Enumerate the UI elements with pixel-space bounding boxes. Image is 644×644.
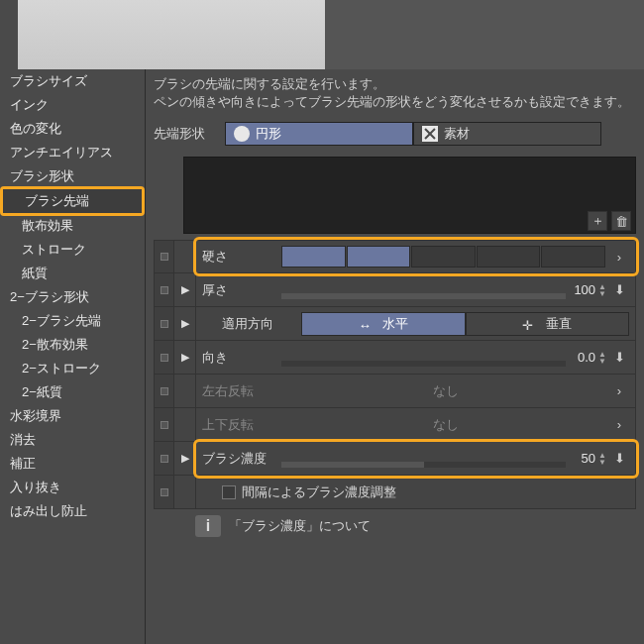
sidebar-item-brush-shape-2[interactable]: 2−ブラシ形状 <box>0 285 145 309</box>
sidebar-item-watercolor[interactable]: 水彩境界 <box>0 404 145 428</box>
flipv-label: 上下反転 <box>202 416 281 434</box>
expand-toggle[interactable] <box>174 476 196 508</box>
fliph-value[interactable]: なし <box>281 382 609 400</box>
tip-preview-area: ＋ 🗑 <box>183 157 636 234</box>
expand-toggle[interactable]: ▶ <box>174 307 196 340</box>
direction-horizontal-button[interactable]: ↔ 水平 <box>301 312 466 336</box>
category-sidebar: ブラシサイズ インク 色の変化 アンチエイリアス ブラシ形状 ブラシ先端 散布効… <box>0 69 146 644</box>
sidebar-item-ink[interactable]: インク <box>0 93 145 117</box>
angle-slider[interactable] <box>281 361 566 367</box>
thickness-value[interactable]: 100 <box>574 282 595 297</box>
horizontal-icon: ↔ <box>359 318 376 330</box>
description: ブラシの先端に関する設定を行います。 ペンの傾きや向きによってブラシ先端の形状を… <box>154 75 636 111</box>
chevron-right-icon[interactable]: › <box>609 383 629 398</box>
density-value[interactable]: 50 <box>582 451 595 466</box>
add-tip-button[interactable]: ＋ <box>588 211 607 231</box>
sidebar-item-brush-size[interactable]: ブラシサイズ <box>0 69 145 93</box>
drag-handle[interactable] <box>155 341 174 374</box>
sidebar-item-stroke[interactable]: ストローク <box>0 238 145 262</box>
param-direction: ▶ 適用方向 ↔ 水平 ✛ 垂直 <box>154 307 636 341</box>
param-info: i 「ブラシ濃度」について <box>154 509 636 543</box>
density-slider[interactable] <box>281 462 566 468</box>
thickness-slider[interactable] <box>281 293 566 299</box>
param-spacing-adjust: 間隔によるブラシ濃度調整 <box>154 476 636 509</box>
spinner-icon[interactable]: ▲▼ <box>598 452 606 466</box>
drag-handle[interactable] <box>155 408 174 441</box>
vertical-icon: ✛ <box>522 318 540 330</box>
expand-toggle[interactable] <box>174 241 196 272</box>
sidebar-item-texture-2[interactable]: 2−紙質 <box>0 380 145 404</box>
sidebar-item-taper[interactable]: 入り抜き <box>0 476 145 499</box>
expand-toggle[interactable]: ▶ <box>174 442 196 475</box>
spinner-icon[interactable]: ▲▼ <box>598 351 606 365</box>
param-angle: ▶ 向き 0.0 ▲▼ ⬇ <box>154 341 636 375</box>
sidebar-item-stroke-2[interactable]: 2−ストローク <box>0 357 145 380</box>
spacing-checkbox[interactable] <box>222 485 236 499</box>
sidebar-item-brush-shape[interactable]: ブラシ形状 <box>0 164 145 188</box>
flipv-value[interactable]: なし <box>281 416 609 434</box>
info-label: 「ブラシ濃度」について <box>229 517 371 535</box>
dynamics-button[interactable]: ⬇ <box>609 451 629 466</box>
expand-toggle[interactable] <box>174 408 196 441</box>
fliph-label: 左右反転 <box>202 382 281 400</box>
param-hardness: 硬さ › <box>154 240 636 273</box>
expand-toggle[interactable] <box>174 375 196 407</box>
tip-shape-material-button[interactable]: 素材 <box>413 122 601 146</box>
sidebar-item-antialias[interactable]: アンチエイリアス <box>0 141 145 164</box>
sidebar-item-texture[interactable]: 紙質 <box>0 262 145 285</box>
direction-label: 適用方向 <box>222 315 301 333</box>
settings-content: ブラシの先端に関する設定を行います。 ペンの傾きや向きによってブラシ先端の形状を… <box>146 69 644 644</box>
delete-tip-button[interactable]: 🗑 <box>611 211 631 231</box>
chevron-right-icon[interactable]: › <box>609 250 629 265</box>
chevron-right-icon[interactable]: › <box>609 417 629 432</box>
circle-icon <box>234 126 250 142</box>
param-flip-v: 上下反転 なし › <box>154 408 636 442</box>
drag-handle[interactable] <box>155 476 174 508</box>
param-density: ▶ ブラシ濃度 50 ▲▼ ⬇ <box>154 442 636 476</box>
param-thickness: ▶ 厚さ 100 ▲▼ ⬇ <box>154 273 636 307</box>
sidebar-item-correction[interactable]: 補正 <box>0 452 145 476</box>
spacing-label: 間隔によるブラシ濃度調整 <box>242 483 396 501</box>
sidebar-item-erase[interactable]: 消去 <box>0 428 145 452</box>
material-icon <box>422 126 438 142</box>
sidebar-item-brush-tip[interactable]: ブラシ先端 <box>3 189 142 213</box>
sidebar-item-brush-tip-2[interactable]: 2−ブラシ先端 <box>0 309 145 333</box>
sidebar-item-overflow[interactable]: はみ出し防止 <box>0 499 145 523</box>
hardness-steps[interactable] <box>281 246 605 268</box>
drag-handle[interactable] <box>155 241 174 272</box>
density-label: ブラシ濃度 <box>202 450 281 468</box>
param-flip-h: 左右反転 なし › <box>154 375 636 408</box>
direction-vertical-button[interactable]: ✛ 垂直 <box>466 312 630 336</box>
hardness-label: 硬さ <box>202 248 281 266</box>
dynamics-button[interactable]: ⬇ <box>609 282 629 297</box>
angle-value[interactable]: 0.0 <box>578 350 595 365</box>
drag-handle[interactable] <box>155 307 174 340</box>
info-icon: i <box>195 515 221 537</box>
sidebar-item-spray-2[interactable]: 2−散布効果 <box>0 333 145 357</box>
drag-handle[interactable] <box>155 442 174 475</box>
brush-preview <box>0 0 644 69</box>
expand-toggle[interactable]: ▶ <box>174 341 196 374</box>
spinner-icon[interactable]: ▲▼ <box>598 283 606 297</box>
dynamics-button[interactable]: ⬇ <box>609 350 629 365</box>
expand-toggle[interactable]: ▶ <box>174 273 196 306</box>
sidebar-item-color-change[interactable]: 色の変化 <box>0 117 145 141</box>
thickness-label: 厚さ <box>202 281 281 299</box>
drag-handle[interactable] <box>155 375 174 407</box>
tip-shape-label: 先端形状 <box>154 125 225 143</box>
sidebar-item-spray[interactable]: 散布効果 <box>0 214 145 238</box>
tip-shape-circle-button[interactable]: 円形 <box>225 122 413 146</box>
drag-handle[interactable] <box>155 273 174 306</box>
angle-label: 向き <box>202 349 281 367</box>
